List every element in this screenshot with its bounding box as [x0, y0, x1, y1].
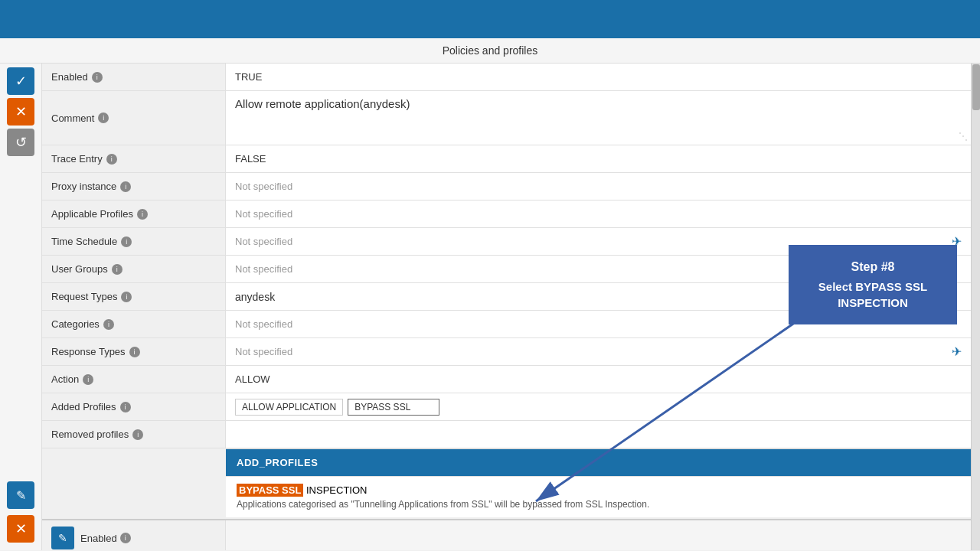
row-applicable-profiles: Applicable Profiles i Not specified	[42, 201, 971, 228]
delete-button-bottom[interactable]: ✕	[7, 515, 34, 543]
info-icon-enabled[interactable]: i	[92, 72, 103, 83]
dropdown-item-title: BYPASS SSL INSPECTION	[237, 484, 960, 496]
top-bar	[0, 0, 980, 38]
tag-bypass-ssl-input[interactable]: BYPASS SSL	[348, 399, 439, 416]
value-added-profiles[interactable]: ALLOW APPLICATION BYPASS SSL	[226, 393, 971, 420]
page-title: Policies and profiles	[443, 44, 538, 57]
edit-icon-bottom[interactable]: ✎	[51, 527, 74, 549]
info-icon-removed-profiles[interactable]: i	[132, 429, 143, 440]
callout-tooltip: Step #8 Select BYPASS SSL INSPECTION	[789, 245, 957, 324]
info-icon-comment[interactable]: i	[98, 112, 109, 123]
info-icon-trace[interactable]: i	[106, 154, 117, 165]
navigate-icon-response[interactable]: ✈	[952, 344, 962, 359]
bottom-section: ✎ Enabled i	[42, 519, 971, 550]
label-user-groups: User Groups i	[42, 256, 226, 282]
scrollbar-track[interactable]	[971, 64, 980, 550]
label-proxy-instance: Proxy instance i	[42, 173, 226, 200]
info-icon-action[interactable]: i	[83, 374, 93, 385]
label-action: Action i	[42, 366, 226, 393]
row-added-profiles: Added Profiles i ALLOW APPLICATION BYPAS…	[42, 393, 971, 421]
check-button[interactable]: ✓	[7, 67, 34, 95]
dropdown-highlight: BYPASS SSL	[237, 484, 303, 497]
tag-allow-application[interactable]: ALLOW APPLICATION	[235, 399, 343, 416]
info-icon-proxy[interactable]: i	[120, 181, 131, 192]
delete-icon: ✕	[15, 520, 27, 537]
page-header: Policies and profiles	[0, 38, 980, 64]
edit-button-bottom[interactable]: ✎	[7, 481, 34, 509]
info-icon-response[interactable]: i	[129, 347, 140, 357]
value-enabled: TRUE	[226, 64, 971, 90]
row-response-types: Response Types i Not specified ✈	[42, 338, 971, 366]
label-removed-profiles: Removed profiles i	[42, 421, 226, 448]
value-proxy-instance: Not specified	[226, 173, 971, 200]
info-icon-categories[interactable]: i	[103, 319, 114, 330]
close-button[interactable]: ✕	[7, 98, 34, 126]
value-response-types: Not specified ✈	[226, 338, 971, 365]
info-icon-enabled-bottom[interactable]: i	[120, 533, 131, 543]
label-applicable-profiles: Applicable Profiles i	[42, 201, 226, 227]
close-icon: ✕	[15, 103, 27, 120]
value-removed-profiles	[226, 421, 971, 448]
dropdown-header: ADD_PROFILES	[226, 449, 971, 476]
dropdown-container: ADD_PROFILES BYPASS SSL INSPECTION Appli…	[226, 448, 971, 517]
label-enabled: Enabled i	[42, 64, 226, 90]
info-icon-applicable[interactable]: i	[137, 209, 148, 220]
row-enabled: Enabled i TRUE	[42, 64, 971, 91]
label-categories: Categories i	[42, 311, 226, 337]
label-response-types: Response Types i	[42, 338, 226, 365]
info-icon-time[interactable]: i	[121, 236, 132, 247]
left-sidebar: ✓ ✕ ↺ ✎ ✕	[0, 64, 42, 550]
row-removed-profiles: Removed profiles i	[42, 421, 971, 448]
label-enabled-bottom: ✎ Enabled i	[42, 520, 226, 550]
label-comment: Comment i	[42, 91, 226, 145]
row-trace-entry: Trace Entry i FALSE	[42, 145, 971, 173]
label-trace-entry: Trace Entry i	[42, 145, 226, 172]
value-enabled-bottom	[226, 520, 971, 550]
dropdown-item-title-rest: INSPECTION	[303, 484, 367, 496]
tag-container: ALLOW APPLICATION BYPASS SSL	[235, 399, 439, 416]
row-comment: Comment i Allow remote application(anyde…	[42, 91, 971, 145]
row-action: Action i ALLOW	[42, 366, 971, 393]
value-action: ALLOW	[226, 366, 971, 393]
value-trace-entry: FALSE	[226, 145, 971, 172]
label-time-schedule: Time Schedule i	[42, 228, 226, 255]
callout-line1: Step #8	[805, 259, 940, 276]
scrollbar-thumb[interactable]	[972, 64, 980, 110]
value-comment[interactable]: Allow remote application(anydesk) ⋱	[226, 91, 971, 145]
callout-line2: Select BYPASS SSL INSPECTION	[805, 279, 940, 311]
label-request-types: Request Types i	[42, 283, 226, 310]
dropdown-item[interactable]: BYPASS SSL INSPECTION Applications categ…	[226, 476, 971, 517]
info-icon-request[interactable]: i	[121, 292, 132, 302]
resize-handle: ⋱	[959, 131, 968, 142]
edit-icon: ✎	[16, 488, 26, 503]
row-proxy-instance: Proxy instance i Not specified	[42, 173, 971, 201]
info-icon-user-groups[interactable]: i	[112, 264, 122, 275]
reset-icon: ↺	[15, 134, 27, 151]
value-applicable-profiles: Not specified	[226, 201, 971, 227]
reset-button[interactable]: ↺	[7, 129, 34, 156]
dropdown-item-desc: Applications categorised as "Tunnelling …	[237, 499, 960, 510]
info-icon-added-profiles[interactable]: i	[120, 402, 131, 412]
label-added-profiles: Added Profiles i	[42, 393, 226, 420]
check-icon: ✓	[15, 73, 27, 90]
